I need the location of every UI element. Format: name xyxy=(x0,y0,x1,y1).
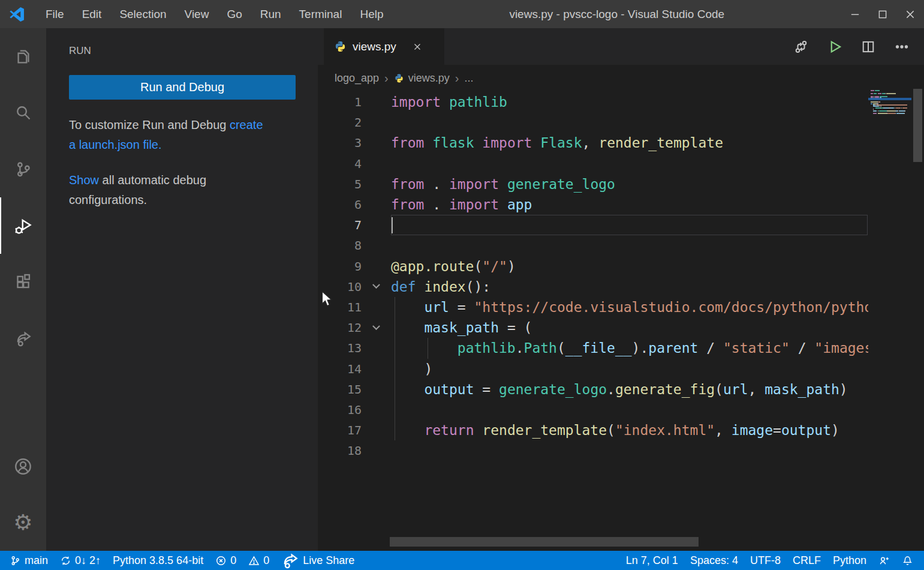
code-line-3[interactable]: 3from flask import Flask, render_templat… xyxy=(318,133,868,153)
code-text: pathlib.Path(__file__).parent / "static"… xyxy=(391,340,868,356)
status-python-version[interactable]: Python 3.8.5 64-bit xyxy=(107,551,209,570)
code-line-11[interactable]: 11 url = "https://code.visualstudio.com/… xyxy=(318,297,868,317)
minimap[interactable] xyxy=(868,90,911,162)
horizontal-scrollbar-thumb[interactable] xyxy=(390,537,699,547)
tab-views-py[interactable]: views.py xyxy=(324,28,444,65)
line-number: 15 xyxy=(318,382,362,397)
code-text: @app.route("/") xyxy=(391,259,516,274)
code-line-15[interactable]: 15 output = generate_logo.generate_fig(u… xyxy=(318,379,868,400)
code-line-16[interactable]: 16 xyxy=(318,400,868,420)
menu-go[interactable]: Go xyxy=(218,0,251,28)
line-number: 16 xyxy=(318,403,362,417)
menu-terminal[interactable]: Terminal xyxy=(290,0,351,28)
more-actions-icon xyxy=(894,39,910,55)
code-text: output = generate_logo.generate_fig(url,… xyxy=(391,382,848,397)
activity-item-explorer[interactable] xyxy=(0,28,46,85)
minimize-icon[interactable] xyxy=(841,0,869,28)
code-line-4[interactable]: 4 xyxy=(318,154,868,174)
code-line-6[interactable]: 6from . import app xyxy=(318,194,868,215)
activity-bar: ⚙ xyxy=(0,28,46,551)
code-line-1[interactable]: 1import pathlib xyxy=(318,92,868,112)
menu-view[interactable]: View xyxy=(176,0,218,28)
more-actions-button[interactable] xyxy=(889,34,914,59)
gear-icon: ⚙ xyxy=(13,512,32,533)
code-line-9[interactable]: 9@app.route("/") xyxy=(318,256,868,277)
editor-actions xyxy=(788,28,914,65)
window-controls xyxy=(841,0,924,28)
maximize-icon[interactable] xyxy=(869,0,896,28)
customize-hint-text: To customize Run and Debug createa launc… xyxy=(69,115,300,155)
run-and-debug-button[interactable]: Run and Debug xyxy=(69,75,296,100)
breadcrumb-item-views-py[interactable]: views.py xyxy=(394,72,450,85)
menu-run[interactable]: Run xyxy=(251,0,290,28)
code-line-5[interactable]: 5from . import generate_logo xyxy=(318,174,868,194)
line-number: 5 xyxy=(318,177,362,191)
menu-edit[interactable]: Edit xyxy=(73,0,111,28)
code-line-2[interactable]: 2 xyxy=(318,112,868,133)
status-notifications[interactable] xyxy=(896,551,919,570)
live-share-icon xyxy=(281,551,299,569)
status-encoding[interactable]: UTF-8 xyxy=(744,551,787,570)
line-number: 18 xyxy=(318,443,362,458)
extensions-icon xyxy=(14,273,32,291)
menu-help[interactable]: Help xyxy=(351,0,392,28)
tab-label: views.py xyxy=(353,40,396,53)
vertical-scrollbar-thumb[interactable] xyxy=(913,89,922,162)
code-editor[interactable]: 1import pathlib23from flask import Flask… xyxy=(318,91,868,537)
line-number: 1 xyxy=(318,95,362,109)
fold-chevron-icon[interactable] xyxy=(362,284,391,289)
sidebar-link[interactable]: Show xyxy=(69,173,99,187)
breadcrumb-item-symbols[interactable]: ... xyxy=(464,72,473,85)
status-bar: main0↓ 2↑Python 3.8.5 64-bit00Live Share… xyxy=(0,551,924,570)
code-line-10[interactable]: 10def index(): xyxy=(318,277,868,297)
status-warnings[interactable]: 0 xyxy=(242,551,275,570)
code-line-13[interactable]: 13 pathlib.Path(__file__).parent / "stat… xyxy=(318,338,868,358)
activity-item-source-control[interactable] xyxy=(0,141,46,197)
activity-item-extensions[interactable] xyxy=(0,254,46,310)
code-text: return render_template("index.html", ima… xyxy=(391,422,839,438)
live-share-icon xyxy=(14,329,32,347)
line-number: 17 xyxy=(318,423,362,437)
bell-icon xyxy=(902,555,913,566)
status-live-share[interactable]: Live Share xyxy=(275,551,360,570)
status-errors[interactable]: 0 xyxy=(209,551,242,570)
line-number: 4 xyxy=(318,157,362,171)
activity-item-settings[interactable]: ⚙ xyxy=(0,494,46,551)
breadcrumb-item-logo_app[interactable]: logo_app xyxy=(335,72,379,85)
window-title: views.py - pvscc-logo - Visual Studio Co… xyxy=(393,8,842,21)
open-changes-button[interactable] xyxy=(788,34,814,59)
close-window-icon[interactable] xyxy=(896,0,924,28)
status-cursor-position[interactable]: Ln 7, Col 1 xyxy=(620,551,684,570)
status-eol[interactable]: CRLF xyxy=(787,551,827,570)
minimap-line xyxy=(871,110,905,112)
close-tab-icon[interactable] xyxy=(410,39,425,55)
vertical-scrollbar[interactable] xyxy=(911,28,924,537)
menu-selection[interactable]: Selection xyxy=(110,0,175,28)
activity-item-search[interactable] xyxy=(0,85,46,141)
code-line-18[interactable]: 18 xyxy=(318,440,868,461)
status-feedback[interactable] xyxy=(872,551,896,570)
activity-item-run-and-debug[interactable] xyxy=(0,197,46,254)
sidebar-link[interactable]: a launch.json file. xyxy=(69,138,162,151)
tab-bar: views.py xyxy=(318,28,924,65)
menu-file[interactable]: File xyxy=(37,0,73,28)
activity-item-account[interactable] xyxy=(0,438,46,494)
status-sync[interactable]: 0↓ 2↑ xyxy=(54,551,107,570)
run-python-file-button[interactable] xyxy=(822,34,847,59)
code-line-17[interactable]: 17 return render_template("index.html", … xyxy=(318,420,868,440)
minimap-line xyxy=(871,113,905,114)
status-branch[interactable]: main xyxy=(4,551,54,570)
activity-item-live-share[interactable] xyxy=(0,310,46,367)
split-editor-icon xyxy=(860,39,876,55)
status-indentation[interactable]: Spaces: 4 xyxy=(684,551,744,570)
code-line-8[interactable]: 8 xyxy=(318,235,868,256)
line-number: 10 xyxy=(318,280,362,294)
code-line-12[interactable]: 12 mask_path = ( xyxy=(318,317,868,338)
code-line-7[interactable]: 7 xyxy=(318,215,868,235)
indent-guide xyxy=(428,338,428,358)
sidebar-link[interactable]: create xyxy=(230,118,263,131)
fold-chevron-icon[interactable] xyxy=(362,325,391,331)
code-line-14[interactable]: 14 ) xyxy=(318,359,868,379)
status-language-mode[interactable]: Python xyxy=(827,551,872,570)
split-editor-button[interactable] xyxy=(856,34,881,59)
